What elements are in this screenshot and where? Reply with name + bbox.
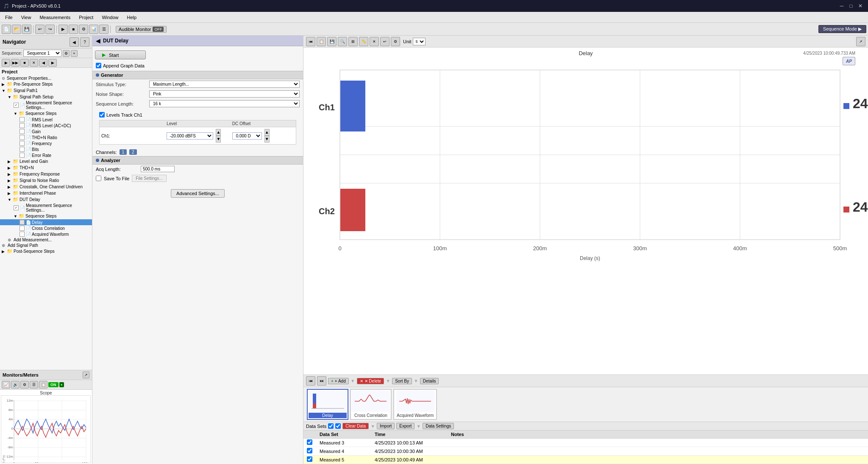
chart-tb-7[interactable]: ✕ bbox=[370, 37, 379, 46]
mon-btn3[interactable]: ⚙ bbox=[20, 381, 29, 389]
tb-new[interactable]: 📄 bbox=[2, 25, 11, 34]
tb-stop[interactable]: ■ bbox=[69, 25, 78, 34]
chart-tb-2[interactable]: 📋 bbox=[317, 37, 326, 46]
tree-item-add-measurement[interactable]: ⊕ Add Measurement... bbox=[0, 237, 92, 243]
mon-btn4[interactable]: ☰ bbox=[30, 381, 38, 389]
seq-settings[interactable]: ⚙ bbox=[63, 50, 70, 57]
data-row-measured3[interactable]: Measured 3 4/25/2023 10:00:13 AM bbox=[303, 439, 868, 447]
nav-play[interactable]: ▶ bbox=[2, 59, 10, 67]
chart-tb-9[interactable]: ⚙ bbox=[391, 37, 400, 46]
nav-run-all[interactable]: ▶▶ bbox=[11, 59, 19, 67]
tree-item-cross-corr[interactable]: 📄 Cross Correlation bbox=[0, 225, 92, 231]
tb-settings[interactable]: ⚙ bbox=[79, 25, 88, 34]
mon-btn1[interactable]: 📈 bbox=[2, 381, 10, 389]
acq-length-input[interactable] bbox=[141, 166, 175, 172]
minimize-btn[interactable]: ─ bbox=[837, 2, 846, 10]
sort-by-btn[interactable]: Sort By bbox=[392, 378, 412, 384]
details-btn[interactable]: Details bbox=[420, 378, 439, 384]
sequence-mode-btn[interactable]: Sequence Mode ▶ bbox=[818, 25, 866, 33]
tree-item-delay[interactable]: ✓ 📄 Delay bbox=[0, 219, 92, 225]
data-settings-btn[interactable]: Data Settings bbox=[423, 423, 454, 429]
sequence-dropdown[interactable]: Sequence 1 bbox=[23, 50, 61, 57]
panel-nav-back[interactable]: ◀ bbox=[96, 37, 100, 44]
chart-tb-5[interactable]: ⊞ bbox=[348, 37, 358, 46]
add-tab-btn[interactable]: + + Add bbox=[328, 378, 349, 384]
tree-item-freq-response[interactable]: ▶ 📁 Frequency Response bbox=[0, 171, 92, 177]
nav-next[interactable]: ▶ bbox=[48, 59, 57, 67]
data-sets-check1[interactable] bbox=[328, 423, 334, 429]
levels-track-check[interactable]: Levels Track Ch1 bbox=[96, 111, 300, 118]
tb-save[interactable]: 💾 bbox=[22, 25, 31, 34]
chart-expand[interactable]: ↗ bbox=[856, 37, 865, 46]
tree-item-add-signal-path[interactable]: ⊕ Add Signal Path bbox=[0, 243, 92, 248]
tree-item-frequency[interactable]: 📄 Frequency bbox=[0, 140, 92, 146]
nav-stop[interactable]: ■ bbox=[20, 59, 29, 67]
monitors-expand[interactable]: ↗ bbox=[83, 372, 89, 378]
noise-shape-select[interactable]: Pink bbox=[149, 90, 300, 98]
append-graph-checkbox[interactable] bbox=[96, 63, 101, 68]
data-row-measured5[interactable]: Measured 5 4/25/2023 10:00:49 AM bbox=[303, 456, 868, 464]
ch1-dc-offset-select[interactable]: 0.000 D bbox=[232, 132, 262, 140]
tree-item-signal-path-setup[interactable]: ▼ 📁 Signal Path Setup bbox=[0, 94, 92, 100]
ch1-badge[interactable]: 1 bbox=[120, 149, 127, 155]
maximize-btn[interactable]: □ bbox=[847, 2, 855, 10]
nav-prev[interactable]: ◀ bbox=[39, 59, 47, 67]
tree-item-snr[interactable]: ▶ 📁 Signal to Noise Ratio bbox=[0, 177, 92, 184]
tb-run[interactable]: ▶ bbox=[58, 25, 68, 34]
menu-file[interactable]: File bbox=[2, 14, 16, 21]
tree-item-meas-seq-settings[interactable]: ✓ 📄 Measurement Sequence Settings... bbox=[0, 100, 92, 110]
chart-tb-3[interactable]: 💾 bbox=[327, 37, 337, 46]
sequence-length-select[interactable]: 16 k bbox=[149, 100, 300, 107]
row5-check[interactable] bbox=[307, 456, 312, 462]
stimulus-type-select[interactable]: Maximum Length... bbox=[149, 81, 300, 88]
tree-item-bits[interactable]: 📄 Bits bbox=[0, 146, 92, 152]
export-btn[interactable]: Export bbox=[396, 423, 415, 429]
tb-chart[interactable]: 📊 bbox=[89, 25, 98, 34]
level-down-btn[interactable]: ▼ bbox=[216, 136, 221, 143]
row4-check[interactable] bbox=[307, 448, 312, 453]
tree-item-sequence-steps[interactable]: ▼ 📁 Sequence Steps bbox=[0, 110, 92, 117]
tree-item-error-rate[interactable]: 📄 Error Rate bbox=[0, 152, 92, 158]
levels-track-checkbox[interactable] bbox=[99, 112, 105, 117]
tb-redo[interactable]: ↪ bbox=[45, 25, 55, 34]
data-sets-check2[interactable] bbox=[335, 423, 341, 429]
tree-item-pre-sequence[interactable]: ▶ 📁 Pre-Sequence Steps bbox=[0, 81, 92, 87]
tree-item-rms-level-ac-dc[interactable]: 📄 RMS Level (AC+DC) bbox=[0, 123, 92, 129]
thumbnail-delay[interactable]: Delay bbox=[307, 389, 348, 420]
data-row-measured4[interactable]: Measured 4 4/25/2023 10:00:30 AM bbox=[303, 447, 868, 456]
append-graph-check[interactable]: Append Graph Data bbox=[92, 62, 303, 69]
delete-tab-btn[interactable]: ✕ ✕ Delete bbox=[357, 378, 384, 384]
tb-undo[interactable]: ↩ bbox=[35, 25, 45, 34]
chart-tb-4[interactable]: 🔍 bbox=[338, 37, 347, 46]
dc-down-btn[interactable]: ▼ bbox=[264, 136, 270, 143]
tree-item-crosstalk[interactable]: ▶ 📁 Crosstalk, One Channel Undriven bbox=[0, 184, 92, 190]
nav-abort[interactable]: ✕ bbox=[30, 59, 38, 67]
mon-btn2[interactable]: 🔊 bbox=[11, 381, 19, 389]
level-stepper[interactable]: ▲ ▼ bbox=[214, 128, 228, 143]
tree-item-rms-level[interactable]: 📄 RMS Level bbox=[0, 117, 92, 123]
tree-item-post-sequence[interactable]: ▶ 📁 Post-Sequence Steps bbox=[0, 248, 92, 254]
unit-select[interactable]: s ms bbox=[413, 38, 426, 45]
menu-view[interactable]: View bbox=[18, 14, 35, 21]
chart-tb-6[interactable]: 📏 bbox=[359, 37, 368, 46]
tree-item-thdn[interactable]: ▶ 📁 THD+N bbox=[0, 165, 92, 171]
import-btn[interactable]: Import bbox=[377, 423, 395, 429]
menu-window[interactable]: Window bbox=[98, 14, 122, 21]
tree-item-dut-meas-settings[interactable]: ✓ 📄 Measurement Sequence Settings... bbox=[0, 203, 92, 213]
save-to-file-checkbox[interactable] bbox=[96, 176, 101, 181]
advanced-settings-btn[interactable]: Advanced Settings... bbox=[171, 189, 225, 198]
clear-data-btn[interactable]: Clear Data bbox=[342, 423, 369, 429]
mon-btn5[interactable]: 📋 bbox=[39, 381, 47, 389]
menu-project[interactable]: Project bbox=[75, 14, 97, 21]
tree-item-signal-path1[interactable]: ▼ 📁 Signal Path1 bbox=[0, 87, 92, 94]
row3-check[interactable] bbox=[307, 439, 312, 445]
dc-up-btn[interactable]: ▲ bbox=[264, 129, 270, 136]
seq-new[interactable]: + bbox=[71, 50, 78, 57]
nav-back[interactable]: ◀ bbox=[70, 37, 79, 47]
tb-open[interactable]: 📂 bbox=[12, 25, 21, 34]
tab-nav-fwd[interactable]: ⏭ bbox=[317, 376, 326, 386]
level-up-btn[interactable]: ▲ bbox=[216, 129, 221, 136]
tree-item-level-gain[interactable]: ▶ 📁 Level and Gain bbox=[0, 158, 92, 165]
start-button[interactable]: ▶ Start bbox=[95, 50, 146, 59]
menu-help[interactable]: Help bbox=[124, 14, 140, 21]
